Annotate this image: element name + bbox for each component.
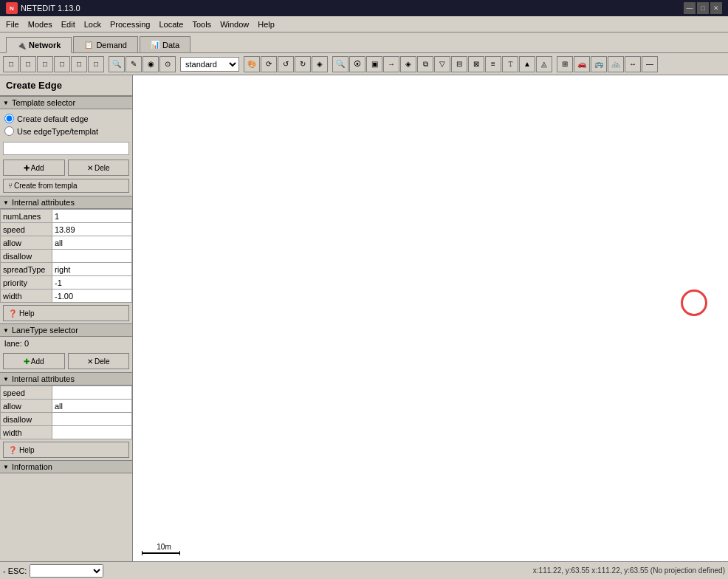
toolbar-button-10[interactable]: ⊙ [159, 56, 176, 72]
help-button-2[interactable]: ❓ Help [3, 442, 129, 458]
tab-icon-network: 🔌 [17, 41, 26, 49]
attr-val-1-6[interactable]: -1.00 [52, 290, 132, 303]
toolbar-button-34[interactable]: ⊞ [557, 56, 573, 72]
toolbar-button-15[interactable]: ⟳ [261, 56, 277, 72]
attr-key-1-0: numLanes [1, 210, 52, 223]
collapse-arrow-icon-2: ▼ [3, 199, 9, 206]
internal-attr-2-header[interactable]: ▼ Internal attributes [0, 372, 132, 386]
collapse-arrow-icon-5: ▼ [3, 464, 9, 470]
toolbar-button-1[interactable]: □ [20, 56, 36, 72]
attr-row-1-3: disallow [1, 250, 132, 263]
attr-row-1-1: speed13.89 [1, 223, 132, 236]
attr-row-2-2: disallow [1, 413, 132, 426]
toolbar-button-14[interactable]: 🎨 [244, 56, 260, 72]
toolbar-button-17[interactable]: ↻ [295, 56, 311, 72]
toolbar-button-25[interactable]: ⧉ [417, 56, 433, 72]
toolbar-button-7[interactable]: 🔍 [109, 56, 125, 72]
toolbar-button-5[interactable]: □ [88, 56, 104, 72]
maximize-button[interactable]: □ [697, 2, 709, 14]
radio-default-edge-input[interactable] [4, 114, 14, 123]
toolbar-button-2[interactable]: □ [37, 56, 53, 72]
panel-title: Create Edge [0, 75, 132, 96]
toolbar-button-29[interactable]: ≡ [485, 56, 501, 72]
radio-default-edge-label: Create default edge [17, 114, 89, 123]
attr-key-2-2: disallow [1, 413, 52, 426]
tab-icon-data: 📊 [151, 41, 159, 49]
tab-demand[interactable]: 📋Demand [73, 36, 138, 52]
toolbar-select-style[interactable]: standardcustom [180, 57, 239, 72]
toolbar-button-26[interactable]: ▽ [434, 56, 450, 72]
toolbar-button-0[interactable]: □ [3, 56, 19, 72]
attr-val-1-4[interactable]: right [52, 263, 132, 276]
toolbar-button-8[interactable]: ✎ [126, 56, 142, 72]
fork-icon: ⑂ [8, 182, 13, 190]
scale-line [142, 551, 180, 555]
attr-val-2-0[interactable] [52, 386, 132, 400]
toolbar-button-35[interactable]: 🚗 [574, 56, 590, 72]
lane-type-selector-header[interactable]: ▼ LaneType selector [0, 323, 132, 337]
toolbar-button-39[interactable]: — [642, 56, 658, 72]
toolbar-button-22[interactable]: ▣ [366, 56, 382, 72]
radio-edge-type-input[interactable] [4, 126, 14, 136]
template-selector-header[interactable]: ▼ Template selector [0, 96, 132, 109]
toolbar-button-21[interactable]: ⦿ [349, 56, 365, 72]
toolbar-button-30[interactable]: 𝚃 [502, 56, 518, 72]
attr-key-1-1: speed [1, 223, 52, 236]
radio-group: Create default edge Use edgeType/templat [0, 109, 132, 140]
toolbar-button-20[interactable]: 🔍 [332, 56, 348, 72]
delete-template-button[interactable]: ✕ Dele [68, 160, 130, 176]
add-lane-button[interactable]: ✚ Add [3, 353, 65, 369]
menu-item-help[interactable]: Help [253, 18, 279, 30]
attr-val-2-3[interactable] [52, 426, 132, 439]
status-bar: - ESC: x:111.22, y:63.55 x:111.22, y:63.… [0, 561, 728, 579]
menu-item-file[interactable]: File [1, 18, 24, 30]
toolbar-button-31[interactable]: ▲ [519, 56, 535, 72]
toolbar-button-18[interactable]: ◈ [312, 56, 328, 72]
attr-key-2-3: width [1, 426, 52, 439]
menu-item-processing[interactable]: Processing [106, 18, 154, 30]
attr-val-1-5[interactable]: -1 [52, 276, 132, 290]
internal-attr-1-header[interactable]: ▼ Internal attributes [0, 196, 132, 209]
status-dropdown[interactable] [30, 564, 103, 578]
attr-val-2-1[interactable]: all [52, 400, 132, 413]
menu-item-lock[interactable]: Lock [80, 18, 106, 30]
minimize-button[interactable]: — [684, 2, 696, 14]
template-input[interactable] [3, 142, 129, 155]
attr-val-1-0[interactable]: 1 [52, 210, 132, 223]
menu-item-edit[interactable]: Edit [57, 18, 80, 30]
help-button-1[interactable]: ❓ Help [3, 305, 129, 321]
attr-row-2-3: width [1, 426, 132, 439]
add-template-button[interactable]: ✚ Add [3, 160, 65, 176]
plus-icon: ✚ [24, 164, 30, 172]
toolbar-button-32[interactable]: ◬ [536, 56, 552, 72]
menu-item-modes[interactable]: Modes [24, 18, 57, 30]
menu-item-locate[interactable]: Locate [154, 18, 188, 30]
internal-attr-2-table: speedallowalldisallowwidth [0, 386, 132, 439]
toolbar-button-3[interactable]: □ [54, 56, 70, 72]
toolbar-button-4[interactable]: □ [71, 56, 87, 72]
toolbar-button-36[interactable]: 🚌 [591, 56, 607, 72]
toolbar-button-24[interactable]: ◈ [400, 56, 416, 72]
tab-data[interactable]: 📊Data [140, 36, 190, 52]
toolbar-button-37[interactable]: 🚲 [608, 56, 624, 72]
attr-val-1-2[interactable]: all [52, 236, 132, 250]
attr-val-1-3[interactable] [52, 250, 132, 263]
menu-item-window[interactable]: Window [216, 18, 253, 30]
delete-lane-button[interactable]: ✕ Dele [68, 353, 130, 369]
close-button[interactable]: ✕ [710, 2, 722, 14]
attr-val-2-2[interactable] [52, 413, 132, 426]
toolbar-button-27[interactable]: ⊟ [451, 56, 467, 72]
canvas-area[interactable]: 10m [133, 75, 728, 561]
toolbar-button-28[interactable]: ⊠ [468, 56, 484, 72]
tab-network[interactable]: 🔌Network [6, 37, 72, 53]
create-from-template-button[interactable]: ⑂ Create from templa [3, 179, 129, 193]
lane-label: lane: 0 [0, 337, 132, 350]
toolbar-button-38[interactable]: ↔ [625, 56, 641, 72]
toolbar-button-16[interactable]: ↺ [278, 56, 294, 72]
attr-val-1-1[interactable]: 13.89 [52, 223, 132, 236]
main-area: Create Edge ▼ Template selector Create d… [0, 75, 728, 561]
toolbar-button-9[interactable]: ◉ [142, 56, 159, 72]
menu-item-tools[interactable]: Tools [188, 18, 216, 30]
toolbar-button-23[interactable]: → [383, 56, 399, 72]
information-header[interactable]: ▼ Information [0, 460, 132, 473]
